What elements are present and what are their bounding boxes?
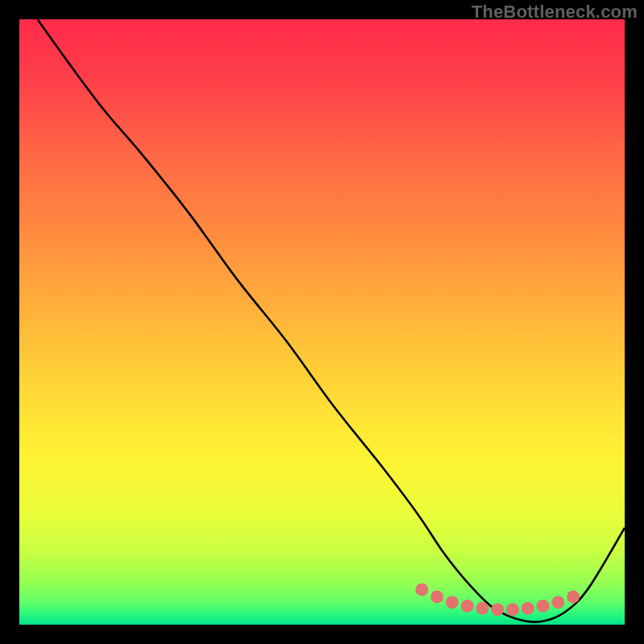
chart-highlight-dot	[431, 590, 444, 603]
chart-highlight-dot	[415, 583, 428, 596]
chart-highlight-dot	[506, 603, 519, 616]
watermark-text: TheBottleneck.com	[472, 2, 638, 23]
chart-svg	[19, 19, 625, 625]
chart-plot-area	[19, 19, 625, 625]
chart-highlight-dot	[476, 602, 489, 615]
chart-highlight-dot	[491, 603, 504, 616]
chart-highlight-dot	[460, 600, 473, 613]
chart-background-gradient	[19, 19, 625, 625]
chart-container: TheBottleneck.com	[0, 0, 644, 644]
chart-highlight-dot	[567, 590, 580, 603]
chart-highlight-dot	[536, 600, 549, 613]
chart-highlight-dot	[522, 602, 535, 615]
chart-highlight-dot	[551, 596, 564, 609]
chart-highlight-dot	[446, 596, 459, 609]
